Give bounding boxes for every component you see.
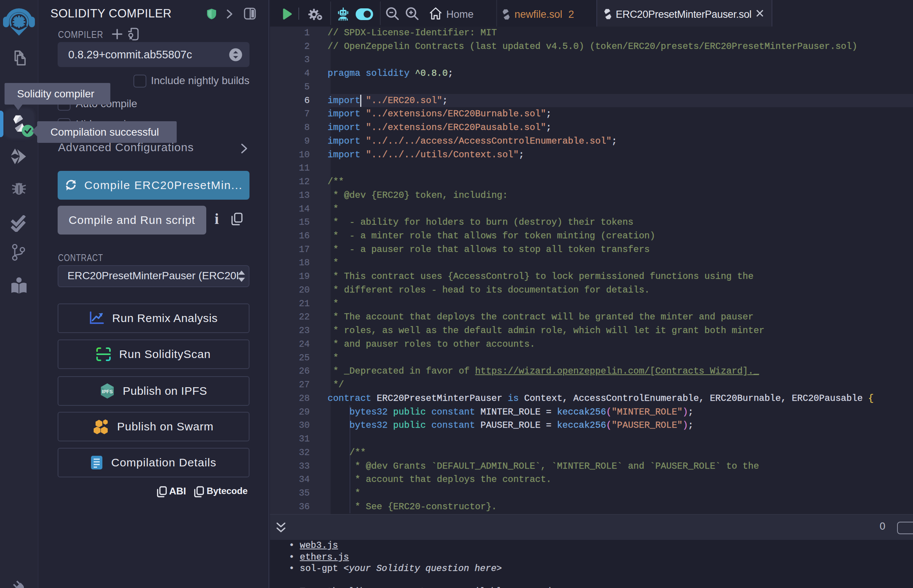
svg-text:IPFS: IPFS bbox=[102, 389, 113, 394]
